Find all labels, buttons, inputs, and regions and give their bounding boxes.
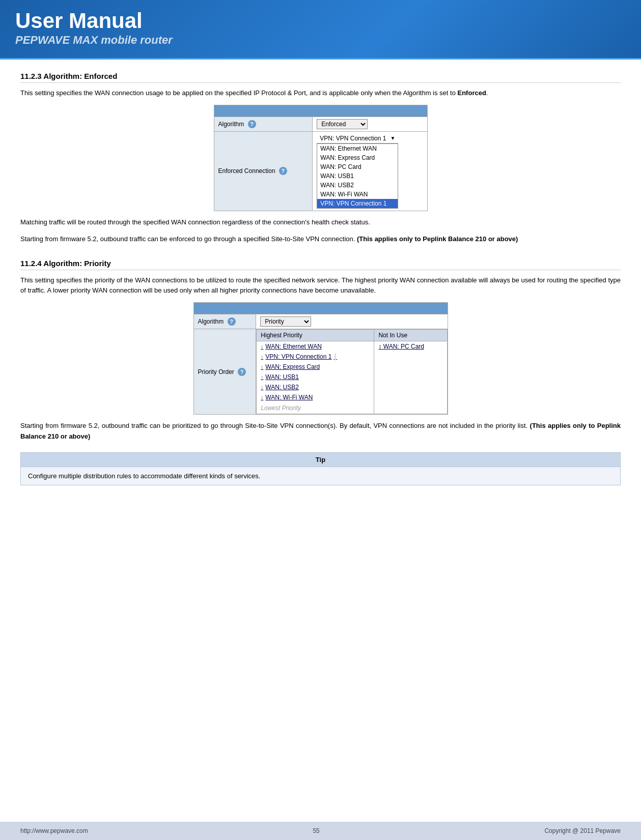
enforced-connection-dropdown-container: VPN: VPN Connection 1 ▼ WAN: Ethernet WA…	[317, 134, 398, 209]
priority-algorithm-value-cell: Priority	[256, 314, 448, 329]
enforced-connection-help-icon[interactable]: ?	[279, 167, 287, 175]
tip-header: Tip	[21, 453, 620, 467]
move-icon-5: ↕	[261, 385, 263, 390]
priority-order-help-icon[interactable]: ?	[238, 368, 246, 376]
not-in-use-header: Not In Use	[374, 330, 447, 341]
algorithm-help-icon[interactable]: ?	[248, 120, 256, 128]
tip-box: Tip Configure multiple distribution rule…	[20, 452, 621, 485]
algorithm-label: Algorithm ?	[214, 117, 313, 131]
manual-subtitle: PEPWAVE MAX mobile router	[15, 34, 626, 47]
page-footer: http://www.pepwave.com 55 Copyright @ 20…	[0, 822, 641, 840]
dropdown-item-ethernet-wan[interactable]: WAN: Ethernet WAN	[317, 144, 398, 153]
priority-table-header	[193, 303, 448, 314]
enforced-connection-dropdown-list: WAN: Ethernet WAN WAN: Express Card WAN:…	[317, 143, 398, 209]
lowest-priority-label: Lowest Priority	[257, 402, 374, 414]
enforced-table-header	[214, 105, 427, 117]
priority-column: Highest Priority ↕ WAN: Ethernet WAN ↕ V…	[257, 330, 374, 414]
section1-para1: This setting specifies the WAN connectio…	[20, 88, 621, 99]
priority-order-label: Priority Order ?	[193, 329, 256, 415]
dropdown-item-vpn-conn1[interactable]: VPN: VPN Connection 1	[317, 199, 398, 208]
move-icon-niu-1: ↕	[378, 343, 381, 350]
priority-item-usb1[interactable]: ↕ WAN: USB1	[257, 372, 374, 382]
priority-algorithm-help-icon[interactable]: ?	[228, 317, 236, 326]
move-icon-1: ↕	[261, 344, 263, 350]
dropdown-item-wifi-wan[interactable]: WAN: Wi-Fi WAN	[317, 190, 398, 199]
dropdown-item-express-card[interactable]: WAN: Express Card	[317, 153, 398, 162]
priority-algorithm-label: Algorithm ?	[193, 314, 256, 329]
priority-algorithm-select[interactable]: Priority	[260, 316, 311, 327]
dropdown-item-usb2[interactable]: WAN: USB2	[317, 181, 398, 190]
section1-para2: Matching traffic will be routed through …	[20, 217, 621, 228]
page-content: 11.2.3 Algorithm: Enforced This setting …	[0, 60, 641, 506]
move-icon-4: ↕	[261, 374, 263, 380]
enforced-connection-value-cell: VPN: VPN Connection 1 ▼ WAN: Ethernet WA…	[313, 131, 427, 211]
algorithm-value-cell: Enforced	[313, 117, 427, 131]
highest-priority-header: Highest Priority	[257, 330, 374, 341]
move-icon-6: ↕	[261, 395, 263, 400]
footer-copyright: Copyright @ 2011 Pepwave	[544, 827, 621, 834]
enforced-connection-dropdown-top[interactable]: VPN: VPN Connection 1 ▼	[317, 134, 398, 143]
priority-order-value-cell: Highest Priority ↕ WAN: Ethernet WAN ↕ V…	[256, 329, 448, 415]
dropdown-item-pc-card[interactable]: WAN: PC Card	[317, 162, 398, 171]
priority-inner-table: Highest Priority ↕ WAN: Ethernet WAN ↕ V…	[256, 329, 447, 414]
not-in-use-column: Not In Use ↕ WAN: PC Card	[374, 330, 447, 414]
not-in-use-item-pc-card[interactable]: ↕ WAN: PC Card	[374, 341, 447, 352]
section1-heading: 11.2.3 Algorithm: Enforced	[20, 72, 621, 83]
priority-item-wifi-wan[interactable]: ↕ WAN: Wi-Fi WAN	[257, 392, 374, 402]
priority-item-ethernet-wan[interactable]: ↕ WAN: Ethernet WAN	[257, 341, 374, 352]
enforced-connection-label: Enforced Connection ?	[214, 131, 313, 211]
subtitle-prefix: PEPWAVE	[15, 34, 73, 46]
page-header: User Manual PEPWAVE MAX mobile router	[0, 0, 641, 60]
priority-algorithm-table: Algorithm ? Priority Priority Order ?	[193, 302, 448, 415]
move-icon-3: ↕	[261, 364, 263, 370]
move-icon-2: ↕	[261, 354, 263, 360]
enforced-algorithm-table: Algorithm ? Enforced Enforced Connection…	[214, 105, 428, 211]
section2-para1: This setting specifies the priority of t…	[20, 275, 621, 297]
section2-heading: 11.2.4 Algorithm: Priority	[20, 259, 621, 270]
section1-para3: Starting from firmware 5.2, outbound tra…	[20, 234, 621, 245]
section2-para2: Starting from firmware 5.2, outbound tra…	[20, 421, 621, 442]
dropdown-arrow: ▼	[390, 135, 395, 141]
subtitle-suffix: mobile router	[98, 34, 173, 46]
footer-page-number: 55	[313, 827, 319, 834]
priority-item-usb2[interactable]: ↕ WAN: USB2	[257, 382, 374, 392]
algorithm-select[interactable]: Enforced	[317, 119, 368, 129]
priority-item-vpn-conn1[interactable]: ↕ VPN: VPN Connection 1 │	[257, 352, 374, 362]
subtitle-italic: MAX	[73, 34, 98, 46]
tip-body: Configure multiple distribution rules to…	[21, 467, 620, 485]
manual-title: User Manual	[15, 9, 626, 33]
footer-url: http://www.pepwave.com	[20, 827, 88, 834]
dropdown-item-usb1[interactable]: WAN: USB1	[317, 171, 398, 181]
cursor-indicator: │	[333, 354, 337, 360]
priority-item-express-card[interactable]: ↕ WAN: Express Card	[257, 362, 374, 372]
